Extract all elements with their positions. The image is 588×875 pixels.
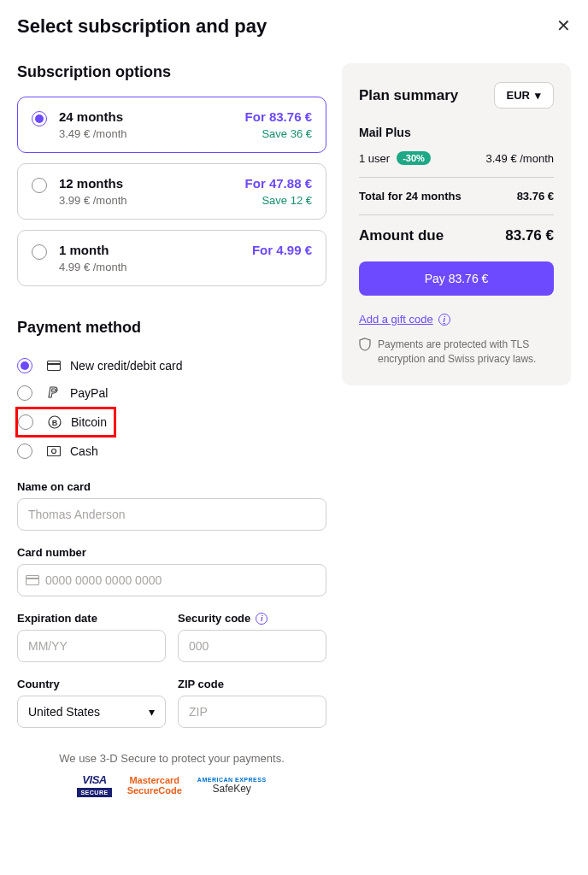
svg-rect-1: [47, 363, 61, 365]
plan-option-24m[interactable]: 24 months 3.49 € /month For 83.76 € Save…: [17, 97, 326, 153]
plan-option-12m[interactable]: 12 months 3.99 € /month For 47.88 € Save…: [17, 163, 326, 220]
radio-paypal[interactable]: [17, 385, 32, 401]
plan-duration: 1 month: [59, 243, 252, 257]
svg-rect-7: [26, 578, 39, 579]
plan-permonth: 4.99 € /month: [59, 261, 252, 273]
user-count: 1 user: [359, 152, 390, 165]
credit-card-icon: [46, 361, 62, 371]
paypal-icon: [46, 386, 62, 400]
radio-12m[interactable]: [32, 178, 47, 193]
pm-option-cash[interactable]: Cash: [17, 438, 326, 465]
amount-label: Amount due: [359, 227, 444, 244]
card-input[interactable]: [17, 564, 326, 596]
protect-text: Payments are protected with TLS encrypti…: [378, 338, 554, 367]
radio-1m[interactable]: [32, 244, 47, 260]
pm-option-paypal[interactable]: PayPal: [17, 379, 326, 407]
pm-label: Bitcoin: [71, 415, 107, 429]
chevron-down-icon: ▾: [535, 89, 541, 102]
exp-label: Expiration date: [17, 612, 166, 625]
plan-name: Mail Plus: [359, 126, 554, 139]
total-value: 83.76 €: [517, 190, 554, 203]
card-label: Card number: [17, 546, 326, 559]
radio-cash[interactable]: [17, 443, 32, 459]
pay-button[interactable]: Pay 83.76 €: [359, 261, 554, 296]
visa-logo: VISA SECURE: [77, 773, 111, 797]
per-month-price: 3.49 € /month: [486, 152, 555, 165]
zip-label: ZIP code: [178, 678, 326, 690]
gift-code-link[interactable]: Add a gift code i: [359, 313, 450, 326]
radio-bitcoin[interactable]: [18, 414, 33, 430]
payment-heading: Payment method: [17, 319, 326, 337]
pm-option-bitcoin[interactable]: B Bitcoin: [18, 413, 107, 432]
plan-permonth: 3.49 € /month: [59, 127, 245, 140]
plan-duration: 12 months: [59, 176, 245, 191]
chevron-down-icon: ▾: [149, 705, 155, 719]
amount-value: 83.76 €: [505, 227, 554, 244]
payment-logos: VISA SECURE Mastercard SecureCode AMERIC…: [17, 773, 326, 797]
info-icon[interactable]: i: [438, 314, 450, 326]
discount-badge: -30%: [397, 151, 431, 165]
zip-input[interactable]: [178, 696, 326, 728]
plan-permonth: 3.99 € /month: [59, 194, 245, 207]
pm-option-card[interactable]: New credit/debit card: [17, 352, 326, 379]
cash-icon: [46, 446, 62, 456]
svg-point-5: [52, 449, 56, 454]
close-icon[interactable]: ✕: [556, 15, 571, 36]
pm-label: PayPal: [70, 386, 108, 400]
svg-text:B: B: [52, 419, 58, 427]
shield-icon: [359, 338, 371, 367]
name-input[interactable]: [17, 498, 326, 531]
sec-input[interactable]: [178, 630, 326, 662]
credit-card-icon: [26, 575, 39, 585]
svg-rect-6: [26, 576, 39, 585]
country-value: United States: [28, 705, 100, 719]
mastercard-logo: Mastercard SecureCode: [127, 775, 182, 796]
page-title: Select subscription and pay: [17, 15, 267, 38]
plan-duration: 24 months: [59, 109, 245, 124]
plan-save: Save 12 €: [245, 194, 312, 207]
plan-option-1m[interactable]: 1 month 4.99 € /month For 4.99 €: [17, 230, 326, 286]
svg-rect-4: [48, 447, 61, 456]
radio-card[interactable]: [17, 358, 32, 373]
subscription-heading: Subscription options: [17, 63, 326, 81]
bitcoin-highlight-box: B Bitcoin: [15, 407, 116, 438]
plan-price: For 4.99 €: [252, 243, 312, 257]
plan-price: For 47.88 €: [245, 176, 312, 191]
currency-select[interactable]: EUR ▾: [494, 82, 554, 109]
plan-price: For 83.76 €: [245, 109, 312, 124]
exp-input[interactable]: [17, 630, 166, 662]
pm-label: Cash: [70, 444, 98, 458]
bitcoin-icon: B: [47, 415, 62, 429]
plan-save: Save 36 €: [245, 127, 312, 140]
country-select[interactable]: United States ▾: [17, 696, 166, 728]
total-label: Total for 24 months: [359, 190, 462, 203]
secure-text: We use 3-D Secure to protect your paymen…: [17, 752, 326, 765]
name-label: Name on card: [17, 480, 326, 493]
info-icon[interactable]: i: [256, 613, 268, 625]
amex-logo: AMERICAN EXPRESS SafeKey: [197, 777, 267, 795]
sec-label: Security code i: [178, 612, 326, 625]
currency-value: EUR: [507, 89, 530, 102]
country-label: Country: [17, 678, 166, 690]
summary-heading: Plan summary: [359, 87, 458, 104]
plan-summary-panel: Plan summary EUR ▾ Mail Plus 1 user -30%…: [342, 63, 571, 385]
svg-rect-0: [48, 361, 61, 371]
pm-label: New credit/debit card: [70, 359, 183, 373]
radio-24m[interactable]: [32, 111, 47, 126]
